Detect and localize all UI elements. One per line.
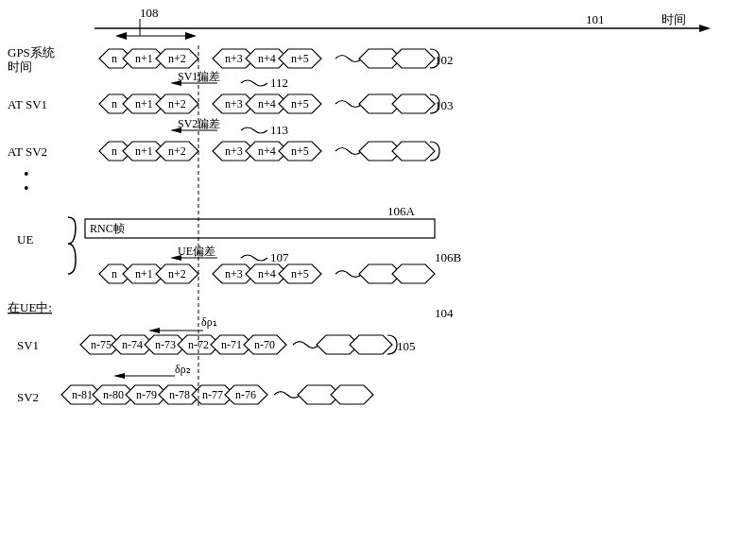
sv1-label: SV1: [17, 338, 39, 352]
svg-text:n+2: n+2: [168, 144, 186, 158]
ref-106a: 106A: [387, 204, 416, 218]
svg-text:n+5: n+5: [291, 267, 309, 280]
svg-text:n+4: n+4: [258, 267, 276, 280]
ref-113: 113: [270, 123, 288, 137]
ref-104: 104: [435, 306, 454, 320]
svg-text:n+4: n+4: [258, 97, 276, 110]
gps-n1: n+1: [135, 52, 153, 65]
gps-n4: n+4: [258, 52, 276, 65]
gps-n2: n+2: [168, 52, 186, 65]
sv2-nm81: n-81: [72, 388, 93, 401]
svg-text:n+5: n+5: [291, 97, 309, 110]
gps-n3: n+3: [225, 52, 243, 65]
at-sv1-label: AT SV1: [8, 97, 47, 111]
svg-text:n+3: n+3: [225, 144, 243, 158]
sv2-bias-label: SV2偏差: [178, 117, 220, 130]
sv1-nm70: n-70: [254, 338, 275, 351]
svg-text:n+4: n+4: [258, 144, 276, 158]
svg-text:n+1: n+1: [135, 97, 153, 110]
svg-text:n+1: n+1: [135, 267, 153, 280]
gps-n: n: [112, 52, 117, 65]
sv1-nm75: n-75: [91, 338, 112, 351]
ref-106b: 106B: [435, 250, 462, 264]
svg-text:•: •: [24, 180, 29, 196]
svg-marker-15: [392, 49, 435, 68]
sv2-label: SV2: [17, 390, 39, 404]
svg-marker-84: [331, 385, 373, 404]
ue-label: UE: [17, 232, 33, 246]
in-ue-label: 在UE中:: [8, 300, 52, 314]
sv2-nm79: n-79: [136, 388, 157, 401]
ref-112: 112: [270, 76, 288, 90]
gps-time-label2: 时间: [8, 59, 32, 74]
gps-n5: n+5: [291, 52, 309, 65]
sv2-nm77: n-77: [202, 388, 223, 401]
sv1-nm73: n-73: [155, 338, 176, 351]
svg-text:n+3: n+3: [225, 267, 243, 280]
svg-text:n+2: n+2: [168, 97, 186, 110]
svg-text:n: n: [112, 144, 117, 158]
delta-rho2-label: δρ₂: [175, 363, 191, 376]
rnc-frame-label: RNC帧: [90, 222, 125, 235]
svg-text:n+3: n+3: [225, 97, 243, 110]
gps-time-label: GPS系统: [8, 45, 55, 59]
svg-text:n+1: n+1: [135, 144, 153, 158]
svg-text:n+5: n+5: [291, 144, 309, 158]
svg-marker-46: [392, 142, 435, 161]
time-label: 时间: [662, 12, 686, 26]
svg-marker-64: [392, 264, 435, 283]
ref-105: 105: [397, 339, 416, 353]
svg-text:n+2: n+2: [168, 267, 186, 280]
svg-text:n: n: [112, 267, 117, 280]
sv1-n: n: [112, 97, 117, 110]
sv1-nm71: n-71: [221, 338, 242, 351]
ref-108: 108: [140, 6, 159, 20]
sv2-nm80: n-80: [103, 388, 124, 401]
ref-107: 107: [270, 250, 289, 264]
svg-marker-74: [350, 335, 392, 354]
sv1-bias-label: SV1偏差: [178, 70, 220, 83]
timing-diagram: 101 时间 108 GPS系统 时间 n n+1 n+2 n+3 n+4 n+…: [0, 0, 756, 543]
ref-101: 101: [586, 12, 605, 26]
at-sv2-label: AT SV2: [8, 144, 47, 159]
svg-marker-30: [392, 94, 435, 113]
ue-bias-label: UE偏差: [178, 245, 215, 258]
sv2-nm78: n-78: [169, 388, 190, 401]
sv2-nm76: n-76: [235, 388, 256, 401]
ref-103: 103: [435, 98, 454, 112]
svg-rect-48: [85, 219, 435, 238]
sv1-nm74: n-74: [122, 338, 143, 351]
delta-rho1-label: δρ₁: [201, 315, 217, 329]
